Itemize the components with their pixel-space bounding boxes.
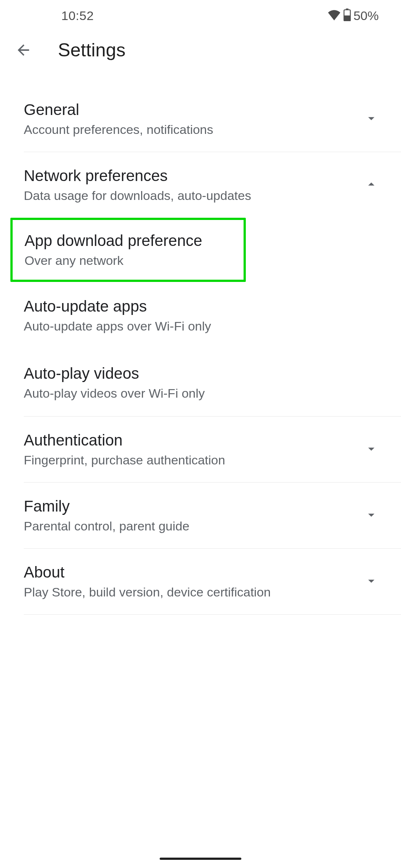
wifi-icon	[327, 9, 341, 22]
arrow-back-icon	[15, 42, 32, 59]
battery-icon	[343, 9, 351, 23]
setting-title: Auto-play videos	[24, 365, 379, 382]
app-header: Settings	[0, 31, 401, 69]
page-title: Settings	[58, 39, 125, 61]
status-right: 50%	[327, 9, 379, 23]
setting-app-download-preference[interactable]: App download preference Over any network	[10, 218, 246, 282]
chevron-down-icon	[364, 111, 379, 127]
section-authentication[interactable]: Authentication Fingerprint, purchase aut…	[24, 417, 401, 483]
status-time: 10:52	[0, 9, 94, 23]
svg-rect-2	[344, 16, 350, 21]
section-general[interactable]: General Account preferences, notificatio…	[24, 86, 401, 152]
setting-subtitle: Auto-play videos over Wi-Fi only	[24, 386, 379, 401]
settings-list: General Account preferences, notificatio…	[0, 69, 401, 615]
section-subtitle: Fingerprint, purchase authentication	[24, 453, 225, 467]
section-about[interactable]: About Play Store, build version, device …	[24, 549, 401, 615]
nav-indicator	[160, 858, 241, 860]
section-subtitle: Parental control, parent guide	[24, 519, 189, 533]
section-subtitle: Play Store, build version, device certif…	[24, 585, 271, 599]
setting-subtitle: Over any network	[25, 253, 235, 268]
setting-title: Auto-update apps	[24, 297, 379, 315]
section-title: Network preferences	[24, 167, 251, 185]
section-subtitle: Data usage for downloads, auto-updates	[24, 188, 251, 203]
section-title: Family	[24, 497, 189, 515]
chevron-down-icon	[364, 573, 379, 590]
setting-subtitle: Auto-update apps over Wi-Fi only	[24, 319, 379, 333]
status-bar: 10:52 50%	[0, 0, 401, 31]
section-network[interactable]: Network preferences Data usage for downl…	[24, 152, 401, 218]
section-title: General	[24, 101, 213, 119]
chevron-up-icon	[364, 177, 379, 193]
setting-title: App download preference	[25, 232, 235, 250]
chevron-down-icon	[364, 441, 379, 458]
setting-auto-update-apps[interactable]: Auto-update apps Auto-update apps over W…	[0, 282, 401, 349]
section-title: Authentication	[24, 431, 225, 449]
section-family[interactable]: Family Parental control, parent guide	[24, 483, 401, 549]
back-button[interactable]	[15, 42, 32, 59]
setting-auto-play-videos[interactable]: Auto-play videos Auto-play videos over W…	[24, 349, 401, 417]
section-title: About	[24, 563, 271, 581]
status-battery-pct: 50%	[353, 9, 379, 23]
chevron-down-icon	[364, 507, 379, 524]
section-subtitle: Account preferences, notifications	[24, 122, 213, 137]
